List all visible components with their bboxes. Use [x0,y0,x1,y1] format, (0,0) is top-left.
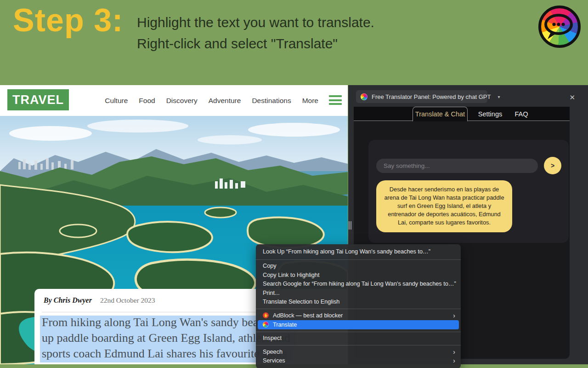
tab-faq[interactable]: FAQ [510,107,533,121]
menu-item-translate[interactable]: Translate [258,320,459,329]
menu-item-inspect[interactable]: Inspect [256,334,461,343]
speech-bubble-logo [538,6,581,48]
translation-bubble: Desde hacer senderismo en las playas de … [376,180,512,232]
menu-item-adblock[interactable]: AdBlock — best ad blocker › [256,311,461,321]
menu-item-print[interactable]: Print... [256,289,461,298]
step-label: Step 3: [13,2,123,39]
chat-input[interactable] [376,159,538,173]
menu-item-services[interactable]: Services › [256,356,461,366]
tab-settings[interactable]: Settings [474,107,506,121]
nav-item-culture[interactable]: Culture [105,97,128,105]
menu-separator [256,345,461,345]
byline-row: By Chris Dwyer 22nd October 2023 [44,296,155,305]
nav-item-adventure[interactable]: Adventure [209,97,241,105]
menu-item-copy-link-to-highlight[interactable]: Copy Link to Highlight [256,271,461,280]
nav-items: Culture Food Discovery Adventure Destina… [105,85,318,116]
menu-separator [256,309,461,309]
site-navbar: TRAVEL Culture Food Discovery Adventure … [0,85,348,116]
panel-close-button[interactable]: ✕ [569,93,575,102]
menu-separator [256,332,461,332]
submenu-arrow-icon: › [453,311,455,321]
nav-item-discovery[interactable]: Discovery [166,97,198,105]
step-instructions: Highlight the text you want to translate… [137,12,374,54]
translate-extension-icon [263,322,269,328]
hamburger-menu-icon[interactable] [329,95,342,105]
menu-separator [256,259,461,260]
menu-item-speech[interactable]: Speech › [256,348,461,357]
submenu-arrow-icon: › [453,356,455,366]
panel-resize-handle[interactable] [349,221,353,230]
menu-item-translate-selection[interactable]: Translate Selection to English [256,298,461,307]
adblock-icon [263,312,269,318]
chevron-down-icon: ▾ [498,94,500,99]
article-byline: By Chris Dwyer [44,296,92,304]
nav-item-more[interactable]: More [302,97,318,105]
panel-title-dropdown[interactable]: Free Translator Panel: Powered by chat G… [356,90,487,103]
submenu-arrow-icon: › [453,348,455,357]
context-menu: Look Up “From hiking along Tai Long Wan'… [256,244,461,368]
menu-item-search-google[interactable]: Search Google for “From hiking along Tai… [256,280,461,289]
panel-tab-strip: Translate & Chat Settings FAQ [354,107,570,121]
nav-item-food[interactable]: Food [139,97,155,105]
instruction-line-2: Right-click and select "Translate" [137,33,374,54]
chat-card: > Desde hacer senderismo en las playas d… [368,140,569,243]
speech-bubble-icon [538,6,581,48]
send-button[interactable]: > [544,157,561,174]
panel-title: Free Translator Panel: Powered by chat G… [372,93,491,100]
translator-logo-icon [361,93,368,100]
instruction-line-1: Highlight the text you want to translate… [137,12,374,33]
step-banner: Step 3: Highlight the text you want to t… [0,0,588,85]
menu-item-look-up[interactable]: Look Up “From hiking along Tai Long Wan'… [256,247,461,257]
nav-item-destinations[interactable]: Destinations [252,97,291,105]
site-logo[interactable]: TRAVEL [7,89,69,110]
tab-translate-and-chat[interactable]: Translate & Chat [413,107,468,121]
menu-item-copy[interactable]: Copy [256,262,461,271]
article-date: 22nd October 2023 [100,296,155,304]
